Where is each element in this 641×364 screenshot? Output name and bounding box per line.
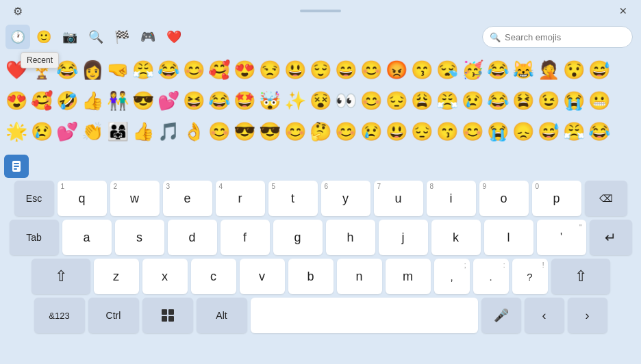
emoji-cell[interactable]: 😹: [511, 55, 536, 85]
emoji-cell[interactable]: 🤩: [232, 86, 257, 116]
emoji-cell[interactable]: 🎵: [156, 116, 181, 146]
emoji-cell[interactable]: 😙: [410, 55, 434, 85]
emoji-cell[interactable]: 👩: [80, 55, 105, 85]
category-smileys[interactable]: 🙂: [32, 25, 56, 49]
emoji-cell[interactable]: 🥰: [29, 86, 54, 116]
key-mic[interactable]: 🎤: [481, 298, 521, 333]
key-v[interactable]: v: [240, 259, 285, 294]
category-recent[interactable]: 🕐: [5, 25, 30, 49]
key-l[interactable]: l: [484, 220, 533, 255]
emoji-cell[interactable]: 😒: [257, 55, 282, 85]
category-symbols[interactable]: ❤️: [162, 25, 186, 49]
key-backspace[interactable]: ⌫: [585, 181, 627, 216]
emoji-cell[interactable]: 👫: [105, 86, 130, 116]
key-apostrophe[interactable]: "': [537, 220, 586, 255]
emoji-cell[interactable]: 😂: [587, 116, 612, 146]
emoji-cell[interactable]: 😅: [587, 55, 612, 85]
key-a[interactable]: a: [62, 220, 112, 255]
key-c[interactable]: c: [191, 259, 236, 294]
emoji-cell[interactable]: 🥰: [207, 55, 231, 85]
emoji-cell[interactable]: 😔: [410, 116, 434, 146]
key-enter[interactable]: ↵: [590, 220, 632, 255]
key-ctrl[interactable]: Ctrl: [88, 298, 139, 333]
emoji-cell[interactable]: 👀: [334, 86, 358, 116]
emoji-cell[interactable]: 😍: [232, 55, 257, 85]
emoji-cell[interactable]: 😤: [131, 55, 155, 85]
key-x[interactable]: x: [142, 259, 188, 294]
key-windows[interactable]: [142, 298, 193, 333]
emoji-cell[interactable]: 😢: [29, 116, 54, 146]
emoji-cell[interactable]: 🤯: [257, 86, 282, 116]
emoji-cell[interactable]: 😊: [283, 116, 307, 146]
key-d[interactable]: d: [168, 220, 217, 255]
emoji-cell[interactable]: 👌: [181, 116, 206, 146]
emoji-cell[interactable]: 😬: [587, 86, 612, 116]
key-h[interactable]: h: [326, 220, 375, 255]
emoji-cell[interactable]: 🤦: [536, 55, 561, 85]
key-esc[interactable]: Esc: [14, 181, 54, 216]
key-period[interactable]: :.: [473, 259, 509, 294]
emoji-cell[interactable]: 😎: [232, 116, 257, 146]
emoji-cell[interactable]: 😫: [511, 86, 536, 116]
emoji-cell[interactable]: 😭: [562, 86, 586, 116]
emoji-cell[interactable]: 😭: [486, 116, 510, 146]
emoji-cell[interactable]: 😊: [181, 55, 206, 85]
key-t[interactable]: 5t: [268, 181, 318, 216]
key-e[interactable]: 3e: [163, 181, 212, 216]
emoji-cell[interactable]: 😡: [384, 55, 409, 85]
emoji-cell[interactable]: 💕: [55, 116, 79, 146]
key-alt[interactable]: Alt: [197, 298, 247, 333]
emoji-cell[interactable]: 😙: [435, 116, 460, 146]
category-activities[interactable]: 🎮: [136, 25, 160, 49]
emoji-cell[interactable]: 😎: [131, 86, 155, 116]
key-symbols[interactable]: &123: [34, 298, 85, 333]
key-shift-right[interactable]: ⇧: [551, 259, 610, 294]
emoji-cell[interactable]: 😢: [460, 86, 485, 116]
key-arrow-right[interactable]: ›: [568, 298, 607, 333]
search-input[interactable]: [505, 32, 625, 42]
key-p[interactable]: 0p: [532, 181, 581, 216]
key-question[interactable]: !?: [512, 259, 548, 294]
key-b[interactable]: b: [288, 259, 334, 294]
key-y[interactable]: 6y: [321, 181, 370, 216]
key-comma[interactable]: ;,: [434, 259, 470, 294]
emoji-cell[interactable]: 😪: [435, 55, 460, 85]
key-i[interactable]: 8i: [427, 181, 476, 216]
emoji-cell[interactable]: 😊: [359, 55, 384, 85]
category-flags[interactable]: 🏁: [110, 25, 134, 49]
emoji-cell[interactable]: ✨: [283, 86, 307, 116]
emoji-cell[interactable]: 😔: [384, 86, 409, 116]
emoji-cell[interactable]: 🤣: [55, 86, 79, 116]
emoji-cell[interactable]: 😂: [207, 86, 231, 116]
key-tab[interactable]: Tab: [10, 220, 59, 255]
emoji-cell[interactable]: 😵: [308, 86, 333, 116]
key-s[interactable]: s: [115, 220, 164, 255]
category-objects[interactable]: 📷: [58, 25, 82, 49]
emoji-cell[interactable]: 😂: [486, 55, 510, 85]
key-z[interactable]: z: [94, 259, 139, 294]
emoji-cell[interactable]: 😩: [410, 86, 434, 116]
emoji-cell[interactable]: 😍: [4, 86, 29, 116]
key-k[interactable]: k: [431, 220, 481, 255]
key-n[interactable]: n: [337, 259, 382, 294]
key-r[interactable]: 4r: [216, 181, 265, 216]
emoji-cell[interactable]: 👨‍👩‍👧: [105, 116, 130, 146]
key-g[interactable]: g: [273, 220, 323, 255]
key-shift-left[interactable]: ⇧: [32, 259, 90, 294]
key-m[interactable]: m: [386, 259, 431, 294]
settings-button[interactable]: ⚙: [8, 1, 27, 21]
emoji-cell[interactable]: 😉: [536, 86, 561, 116]
emoji-cell[interactable]: 🤜: [105, 55, 130, 85]
emoji-cell[interactable]: 😅: [536, 116, 561, 146]
category-search[interactable]: 🔍: [84, 25, 108, 49]
emoji-cell[interactable]: 😂: [486, 86, 510, 116]
emoji-cell[interactable]: 👍: [131, 116, 155, 146]
emoji-cell[interactable]: 😤: [562, 116, 586, 146]
key-o[interactable]: 9o: [479, 181, 529, 216]
emoji-cell[interactable]: 😃: [384, 116, 409, 146]
key-f[interactable]: f: [221, 220, 270, 255]
emoji-cell[interactable]: 😌: [308, 55, 333, 85]
key-j[interactable]: j: [379, 220, 428, 255]
emoji-cell[interactable]: 🥳: [460, 55, 485, 85]
emoji-cell[interactable]: 😯: [562, 55, 586, 85]
